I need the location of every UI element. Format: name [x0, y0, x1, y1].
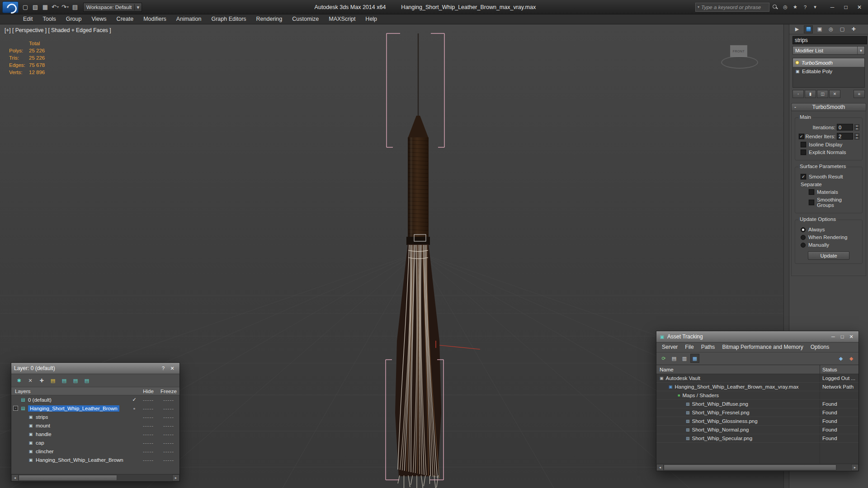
asset-row-diffuse[interactable]: ▨Short_Whip_Diffuse.png Found: [656, 400, 859, 408]
viewcube[interactable]: FRONT: [719, 42, 760, 74]
object-row-cap[interactable]: ▣ cap ----- -----: [11, 438, 179, 447]
collapse-expander[interactable]: -: [13, 406, 18, 411]
redo-dropdown-icon[interactable]: ▾: [67, 5, 69, 9]
highlight-layer-button[interactable]: ▤: [71, 376, 80, 385]
spin-up-icon[interactable]: ▲: [854, 133, 859, 136]
render-iters-field[interactable]: [837, 133, 853, 140]
viewport-label[interactable]: [+] [ Perspective ] [ Shaded + Edged Fac…: [5, 27, 111, 33]
show-end-result-button[interactable]: ▮: [805, 90, 816, 98]
scroll-right-button[interactable]: ►: [851, 464, 859, 471]
spin-up-icon[interactable]: ▲: [854, 124, 859, 127]
freeze-toggle[interactable]: -----: [158, 397, 179, 403]
menu-modifiers[interactable]: Modifiers: [138, 14, 171, 24]
rollout-header[interactable]: - TurboSmooth: [791, 103, 866, 111]
menu-tools[interactable]: Tools: [38, 14, 61, 24]
menu-views[interactable]: Views: [86, 14, 111, 24]
stack-item-turbosmooth[interactable]: TurboSmooth: [793, 58, 864, 67]
hide-toggle[interactable]: -----: [139, 423, 158, 428]
freeze-toggle[interactable]: -----: [158, 414, 179, 420]
tab-utilities[interactable]: ✚: [849, 25, 858, 33]
asset-close-button[interactable]: ✕: [847, 333, 856, 341]
infocenter-dropdown-icon[interactable]: ▾: [811, 3, 819, 12]
manually-radio[interactable]: [801, 243, 806, 248]
tab-hierarchy[interactable]: ▣: [815, 25, 824, 33]
set-current-layer-button[interactable]: ▤: [60, 376, 69, 385]
table-view-button[interactable]: ▦: [690, 354, 699, 363]
make-unique-button[interactable]: ◫: [817, 90, 828, 98]
scroll-track[interactable]: [664, 464, 851, 471]
smooth-result-checkbox[interactable]: [801, 174, 806, 179]
set-current-box[interactable]: ▫: [130, 406, 139, 411]
materials-checkbox[interactable]: [809, 189, 814, 195]
menu-graph-editors[interactable]: Graph Editors: [206, 14, 251, 24]
asset-row-maps[interactable]: ■Maps / Shaders: [656, 391, 859, 400]
scroll-thumb[interactable]: [19, 475, 117, 481]
menu-customize[interactable]: Customize: [287, 14, 324, 24]
asset-row-maxfile[interactable]: ▣Hanging_Short_Whip_Leather_Brown_max_vr…: [656, 383, 859, 391]
asset-maximize-button[interactable]: □: [838, 333, 847, 341]
iterations-spinner[interactable]: ▲ ▼: [854, 124, 859, 131]
list-view-button[interactable]: ▤: [670, 354, 679, 363]
rollout-collapse-icon[interactable]: -: [794, 103, 796, 111]
app-logo-button[interactable]: [2, 1, 19, 13]
column-layers[interactable]: Layers: [11, 389, 130, 394]
asset-menu-file[interactable]: File: [681, 343, 697, 352]
hide-toggle[interactable]: -----: [139, 457, 158, 463]
project-folder-icon[interactable]: ▤: [71, 2, 80, 12]
menu-animation[interactable]: Animation: [171, 14, 207, 24]
object-row-handle[interactable]: ▣ handle ----- -----: [11, 430, 179, 438]
menu-group[interactable]: Group: [61, 14, 87, 24]
layer-dialog-titlebar[interactable]: Layer: 0 (default) ? ✕: [11, 363, 179, 374]
smoothing-groups-checkbox[interactable]: [809, 200, 814, 205]
asset-menu-options[interactable]: Options: [807, 343, 833, 352]
hide-toggle[interactable]: -----: [139, 414, 158, 420]
asset-minimize-button[interactable]: ─: [829, 333, 838, 341]
hide-toggle[interactable]: -----: [139, 397, 158, 403]
layer-horizontal-scrollbar[interactable]: ◄ ►: [11, 474, 179, 481]
scroll-track[interactable]: [19, 474, 172, 481]
freeze-toggle[interactable]: -----: [158, 423, 179, 428]
modifier-list-dropdown[interactable]: Modifier List ▾: [793, 46, 865, 55]
freeze-toggle[interactable]: -----: [158, 432, 179, 437]
tab-create[interactable]: ▶: [793, 25, 802, 33]
iterations-field[interactable]: [837, 124, 853, 131]
create-new-layer-button[interactable]: ✱: [14, 376, 24, 385]
object-row-whip[interactable]: ▣ Hanging_Short_Whip_Leather_Brown -----…: [11, 455, 179, 464]
layer-close-button[interactable]: ✕: [168, 364, 177, 373]
configure-modifier-sets-button[interactable]: ≡: [854, 90, 865, 98]
render-iters-spinner[interactable]: ▲ ▼: [854, 133, 859, 140]
freeze-toggle[interactable]: -----: [158, 457, 179, 463]
asset-menu-paths[interactable]: Paths: [698, 343, 719, 352]
close-button[interactable]: ✕: [853, 2, 866, 12]
hide-toggle[interactable]: -----: [139, 432, 158, 437]
search-icon[interactable]: [771, 3, 779, 12]
asset-row-vault[interactable]: ▣Autodesk Vault Logged Out ...: [656, 374, 859, 383]
asset-menu-bitmap[interactable]: Bitmap Performance and Memory: [718, 343, 807, 352]
modifier-list-arrow-icon[interactable]: ▾: [857, 47, 864, 54]
menu-rendering[interactable]: Rendering: [251, 14, 288, 24]
workspace-dropdown-icon[interactable]: ▾: [134, 4, 142, 10]
select-highlighted-button[interactable]: ▤: [48, 376, 57, 385]
asset-row-glossiness[interactable]: ▨Short_Whip_Glossiness.png Found: [656, 417, 859, 426]
hide-toggle[interactable]: -----: [139, 449, 158, 454]
layer-help-button[interactable]: ?: [159, 364, 168, 373]
object-row-strips[interactable]: ▣ strips ----- -----: [11, 413, 179, 421]
object-row-mount[interactable]: ▣ mount ----- -----: [11, 421, 179, 430]
isoline-display-checkbox[interactable]: [801, 142, 806, 147]
undo-icon[interactable]: ↶▾: [51, 2, 60, 12]
hide-toggle[interactable]: -----: [139, 406, 158, 411]
when-rendering-radio[interactable]: [801, 235, 806, 240]
asset-row-fresnel[interactable]: ▨Short_Whip_Fresnel.png Found: [656, 408, 859, 417]
layer-row-selected[interactable]: - ▤ Hanging_Short_Whip_Leather_Brown ▫ -…: [11, 404, 179, 413]
add-selection-button[interactable]: ✚: [37, 376, 46, 385]
object-name-field[interactable]: [793, 36, 867, 44]
search-scope-icon[interactable]: ▾: [696, 5, 701, 9]
freeze-toggle[interactable]: -----: [158, 440, 179, 446]
menu-maxscript[interactable]: MAXScript: [324, 14, 360, 24]
undo-dropdown-icon[interactable]: ▾: [57, 5, 59, 9]
minimize-button[interactable]: ─: [826, 2, 839, 12]
asset-report-button[interactable]: ◆: [847, 354, 856, 363]
column-name[interactable]: Name: [656, 367, 820, 372]
help-icon[interactable]: ?: [801, 3, 809, 12]
scroll-left-button[interactable]: ◄: [11, 474, 19, 481]
